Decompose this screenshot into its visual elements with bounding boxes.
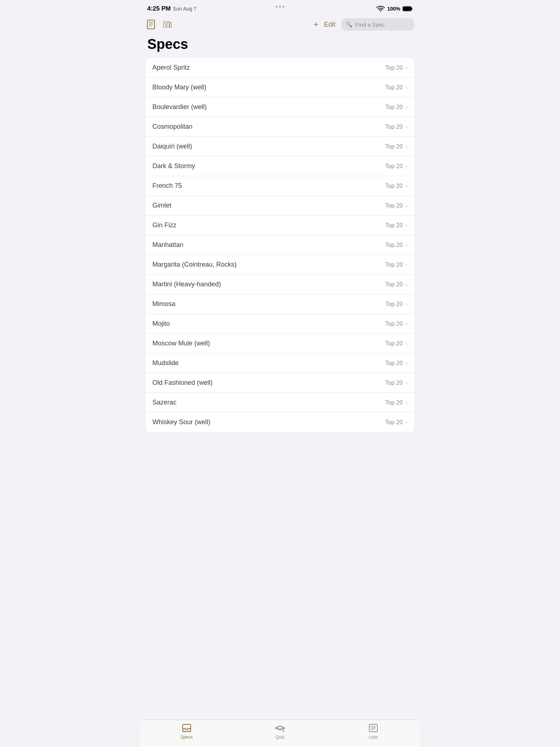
list-item[interactable]: Gin FizzTop 20› xyxy=(146,216,414,235)
content-scroll: Aperol SpritzTop 20›Bloody Mary (well)To… xyxy=(140,58,420,467)
search-input[interactable]: Find a Spec xyxy=(355,22,385,28)
list-item[interactable]: SazeracTop 20› xyxy=(146,393,414,413)
chevron-right-icon: › xyxy=(406,202,408,209)
add-button[interactable]: + xyxy=(314,20,318,29)
svg-rect-2 xyxy=(411,8,412,10)
chevron-right-icon: › xyxy=(406,143,408,150)
list-item[interactable]: CosmopolitanTop 20› xyxy=(146,117,414,137)
nav-actions: + Edit 🔍 Find a Spec xyxy=(314,18,414,31)
item-name: Mojito xyxy=(152,320,382,328)
item-name: Boulevardier (well) xyxy=(152,103,382,111)
item-name: Manhattan xyxy=(152,241,382,249)
chevron-right-icon: › xyxy=(406,84,408,91)
bottles-icon[interactable] xyxy=(162,19,172,30)
item-name: Moscow Mule (well) xyxy=(152,340,382,347)
item-name: Margarita (Cointreau, Rocks) xyxy=(152,261,382,268)
item-name: Cosmopolitan xyxy=(152,123,382,131)
chevron-right-icon: › xyxy=(406,380,408,386)
item-badge: Top 20 xyxy=(385,222,403,229)
list-item[interactable]: Margarita (Cointreau, Rocks)Top 20› xyxy=(146,255,414,275)
list-item[interactable]: Moscow Mule (well)Top 20› xyxy=(146,334,414,353)
status-time: 4:25 PM xyxy=(147,5,171,12)
chevron-right-icon: › xyxy=(406,124,408,130)
item-badge: Top 20 xyxy=(385,124,403,130)
list-item[interactable]: Whiskey Sour (well)Top 20› xyxy=(146,413,414,432)
item-name: Gin Fizz xyxy=(152,221,382,229)
item-badge: Top 20 xyxy=(385,65,403,71)
page-title: Specs xyxy=(140,34,420,58)
lists-tab-label: Lists xyxy=(369,735,378,740)
item-name: Mimosa xyxy=(152,300,382,308)
specs-tab-icon xyxy=(182,723,192,733)
chevron-right-icon: › xyxy=(406,65,408,71)
tab-quiz[interactable]: Quiz xyxy=(262,723,298,740)
item-badge: Top 20 xyxy=(385,399,403,406)
item-badge: Top 20 xyxy=(385,281,403,288)
item-badge: Top 20 xyxy=(385,419,403,426)
item-badge: Top 20 xyxy=(385,301,403,307)
list-item[interactable]: GimletTop 20› xyxy=(146,196,414,216)
list-item[interactable]: Aperol SpritzTop 20› xyxy=(146,58,414,78)
battery-level: 100% xyxy=(387,6,400,12)
item-name: Mudslide xyxy=(152,359,382,367)
list-item[interactable]: Old Fashioned (well)Top 20› xyxy=(146,373,414,393)
search-bar[interactable]: 🔍 Find a Spec xyxy=(341,18,414,31)
battery-icon xyxy=(402,6,413,11)
list-item[interactable]: MojitoTop 20› xyxy=(146,314,414,334)
status-date: Sun Aug 7 xyxy=(173,6,197,12)
edit-button[interactable]: Edit xyxy=(324,21,335,28)
list-item[interactable]: Daiquiri (well)Top 20› xyxy=(146,137,414,156)
item-name: Aperol Spritz xyxy=(152,64,382,71)
chevron-right-icon: › xyxy=(406,399,408,406)
list-item[interactable]: Dark & StormyTop 20› xyxy=(146,156,414,176)
status-right: 100% xyxy=(376,4,413,13)
svg-point-0 xyxy=(380,11,381,12)
item-name: French 75 xyxy=(152,182,382,190)
list-item[interactable]: MimosaTop 20› xyxy=(146,294,414,314)
item-badge: Top 20 xyxy=(385,242,403,248)
chevron-right-icon: › xyxy=(406,222,408,229)
chevron-right-icon: › xyxy=(406,301,408,307)
item-name: Daiquiri (well) xyxy=(152,143,382,150)
chevron-right-icon: › xyxy=(406,321,408,327)
item-name: Sazerac xyxy=(152,399,382,406)
status-bar: 4:25 PM Sun Aug 7 100% xyxy=(140,0,420,15)
chevron-right-icon: › xyxy=(406,104,408,111)
nav-left-icons xyxy=(146,19,172,30)
item-badge: Top 20 xyxy=(385,380,403,386)
item-badge: Top 20 xyxy=(385,84,403,91)
search-icon: 🔍 xyxy=(346,21,353,28)
list-item[interactable]: MudslideTop 20› xyxy=(146,353,414,373)
chevron-right-icon: › xyxy=(406,360,408,367)
item-badge: Top 20 xyxy=(385,183,403,189)
tab-specs[interactable]: Specs xyxy=(168,723,205,740)
lists-tab-icon xyxy=(368,723,378,733)
specs-list: Aperol SpritzTop 20›Bloody Mary (well)To… xyxy=(146,58,414,432)
item-badge: Top 20 xyxy=(385,321,403,327)
svg-rect-3 xyxy=(403,7,411,11)
list-item[interactable]: Boulevardier (well)Top 20› xyxy=(146,97,414,117)
chevron-right-icon: › xyxy=(406,419,408,426)
item-name: Dark & Stormy xyxy=(152,162,382,170)
specs-tab-label: Specs xyxy=(180,735,192,740)
chevron-right-icon: › xyxy=(406,281,408,288)
item-badge: Top 20 xyxy=(385,104,403,111)
item-badge: Top 20 xyxy=(385,340,403,347)
list-item[interactable]: Bloody Mary (well)Top 20› xyxy=(146,78,414,97)
item-badge: Top 20 xyxy=(385,163,403,170)
item-name: Old Fashioned (well) xyxy=(152,379,382,387)
list-item[interactable]: ManhattanTop 20› xyxy=(146,235,414,255)
chevron-right-icon: › xyxy=(406,262,408,268)
tab-lists[interactable]: Lists xyxy=(355,723,392,740)
item-name: Bloody Mary (well) xyxy=(152,84,382,91)
recipe-icon[interactable] xyxy=(146,19,156,30)
list-item[interactable]: French 75Top 20› xyxy=(146,176,414,196)
chevron-right-icon: › xyxy=(406,242,408,248)
item-badge: Top 20 xyxy=(385,202,403,209)
quiz-tab-label: Quiz xyxy=(276,735,285,740)
chevron-right-icon: › xyxy=(406,340,408,347)
nav-bar: + Edit 🔍 Find a Spec xyxy=(140,15,420,34)
item-name: Whiskey Sour (well) xyxy=(152,418,382,426)
chevron-right-icon: › xyxy=(406,183,408,189)
list-item[interactable]: Martini (Heavy-handed)Top 20› xyxy=(146,275,414,294)
